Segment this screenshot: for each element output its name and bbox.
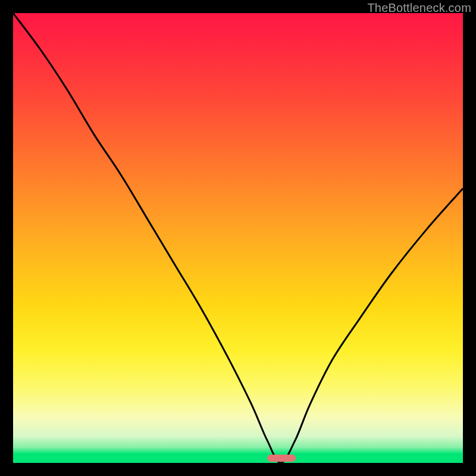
curve-svg xyxy=(13,13,463,463)
bottleneck-curve xyxy=(13,13,463,463)
chart-container: TheBottleneck.com xyxy=(0,0,476,476)
watermark-text: TheBottleneck.com xyxy=(367,1,471,15)
plot-area xyxy=(13,13,463,463)
optimum-marker xyxy=(267,455,296,462)
